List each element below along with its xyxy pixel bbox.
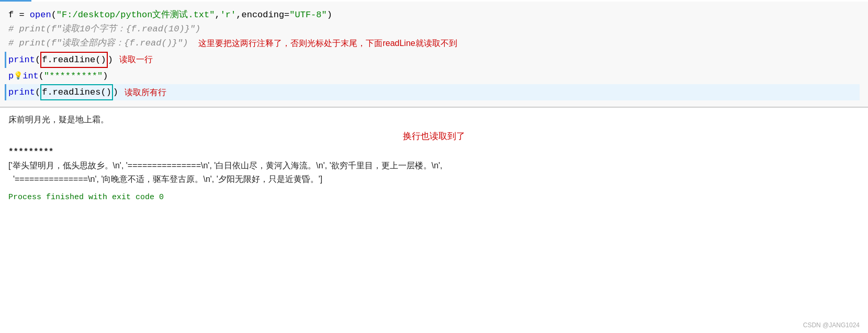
code-comma-1: ,	[215, 8, 220, 22]
code-section: f = open ( "F:/desktop/python文件测试.txt" ,…	[0, 2, 868, 108]
code-comment-2: # print(f"读取10个字节：{f.read(10)}")	[8, 22, 200, 36]
annotation-readline: 读取一行	[119, 53, 153, 66]
code-paren-close-6: )	[113, 85, 118, 99]
process-finished-line: Process finished with exit code 0	[8, 193, 860, 202]
code-print-6: print	[8, 85, 35, 99]
code-comment-3: # print(f"读取全部内容：{f.read()}")	[8, 36, 188, 50]
code-str-r: 'r'	[220, 8, 236, 22]
code-paren-close-4: )	[108, 53, 113, 67]
csdn-watermark: CSDN @JANG1024	[803, 321, 860, 329]
output-line-1: 床前明月光，疑是地上霜。	[8, 113, 860, 127]
output-section: 床前明月光，疑是地上霜。 换行也读取到了 ********* ['举头望明月，低…	[0, 108, 868, 333]
code-args-1: (	[51, 8, 57, 22]
code-paren5: (	[39, 69, 44, 83]
code-line-1: f = open ( "F:/desktop/python文件测试.txt" ,…	[8, 8, 860, 22]
code-paren-4: (	[35, 53, 40, 67]
code-close-paren-1: )	[327, 8, 332, 22]
code-int5: int	[22, 69, 39, 83]
code-line-2: # print(f"读取10个字节：{f.read(10)}")	[8, 22, 860, 36]
code-comma-2: ,encoding=	[236, 8, 289, 22]
code-line-4: print ( f.readline() ) 读取一行	[5, 52, 860, 68]
annotation-1: 这里要把这两行注释了，否则光标处于末尾，下面readLine就读取不到	[198, 37, 457, 50]
code-fn-open: open	[30, 8, 51, 22]
output-line-3: ['举头望明月，低头思故乡。\n', '===============\n', …	[8, 159, 860, 173]
code-readlines-highlight: f.readlines()	[40, 84, 113, 100]
bulb-icon: 💡	[14, 70, 22, 82]
code-line-5: p 💡 int ( "*********" )	[8, 69, 860, 83]
code-line-6: print ( f.readlines() ) 读取所有行	[5, 84, 860, 100]
code-var-f: f =	[8, 8, 30, 22]
code-paren-6: (	[35, 85, 40, 99]
main-container: f = open ( "F:/desktop/python文件测试.txt" ,…	[0, 0, 868, 333]
code-str5: "*********"	[44, 69, 103, 83]
output-line-4: '===============\n', '向晚意不适，驱车登古原。\n', '…	[8, 173, 860, 186]
code-readline-highlight: f.readline()	[40, 52, 107, 68]
annotation-readlines: 读取所有行	[125, 86, 166, 99]
code-line-3: # print(f"读取全部内容：{f.read()}") 这里要把这两行注释了…	[8, 36, 860, 50]
output-line-stars: *********	[8, 145, 860, 159]
code-p5: p	[8, 69, 14, 83]
code-str-utf8: "UTF-8"	[289, 8, 326, 22]
output-annotation-換行: 换行也读取到了	[8, 130, 860, 142]
code-print-4: print	[8, 53, 35, 67]
code-closeparen5: )	[103, 69, 108, 83]
code-str-path: "F:/desktop/python文件测试.txt"	[57, 8, 215, 22]
